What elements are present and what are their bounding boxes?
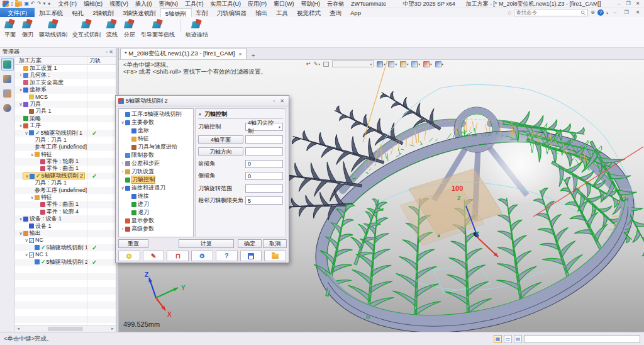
ribbon-tab-3轴快速铣削[interactable]: 3轴快速铣削 xyxy=(118,8,160,17)
view-orient-icon[interactable]: ▾ xyxy=(388,61,397,67)
redo-icon[interactable]: ↷ xyxy=(37,1,42,7)
save-icon[interactable]: ▣ xyxy=(24,1,29,7)
help-caret-icon[interactable]: ▾ xyxy=(606,11,608,15)
nc-checkbox[interactable]: ✓ xyxy=(29,252,34,257)
box-select-icon[interactable] xyxy=(323,62,329,67)
menu-插入(I)[interactable]: 插入(I) xyxy=(132,0,155,8)
image-icon[interactable]: ▾ xyxy=(411,61,420,67)
ribbon-button-流线[interactable]: 流线 xyxy=(103,18,121,39)
tree-row-刀具 : 刀具 1[interactable]: 刀具 : 刀具 1 xyxy=(15,179,116,186)
layer-box-icon[interactable]: ▤ xyxy=(514,335,522,343)
expand-icon[interactable]: ∨ xyxy=(25,172,30,179)
input-刀轴旋转范围[interactable] xyxy=(245,184,283,193)
ribbon-button-平面[interactable]: 平面 xyxy=(1,18,19,39)
tree-row-坐标系[interactable]: ∨坐标系 xyxy=(15,86,116,93)
dialog-tree-进刀[interactable]: 进刀 xyxy=(119,200,193,208)
tree-row-加工安全高度[interactable]: 加工安全高度 xyxy=(15,79,116,86)
restore-button[interactable]: ❐ xyxy=(624,0,633,8)
ribbon-tab-加工系统[interactable]: 加工系统 xyxy=(35,8,67,17)
dialog-window-controls[interactable]: ▫ ✕ xyxy=(273,98,286,104)
dialog-tree-主要参数[interactable]: ∨主要参数 xyxy=(119,118,193,127)
tree-row-参考工序 (undefined)[interactable]: 参考工序 (undefined) xyxy=(15,144,116,150)
tree-row-NC 1[interactable]: ∨✓NC 1 xyxy=(15,251,116,258)
view-cube-icon[interactable]: ▾ xyxy=(377,61,386,67)
collapse-icon[interactable]: ◂ xyxy=(47,1,50,7)
tab-role-manager[interactable] xyxy=(1,101,14,114)
ribbon-tab-输出[interactable]: 输出 xyxy=(251,8,272,17)
expand-icon[interactable]: ∨ xyxy=(18,86,23,93)
tree-row-5轴驱动线切削 2[interactable]: ∨✓5轴驱动线切削 2✓ xyxy=(15,172,116,179)
ribbon-button-驱动线切削[interactable]: 驱动线切削 xyxy=(36,18,70,39)
expand-icon[interactable]: › xyxy=(18,72,23,79)
manager-hscrollbar[interactable]: ◂ ▸ xyxy=(15,325,116,332)
display-mode-icon[interactable]: ▭ xyxy=(504,335,512,343)
undo-icon[interactable]: ↶ xyxy=(31,1,35,7)
tab-view-manager[interactable] xyxy=(1,87,14,99)
ribbon-button-分层[interactable]: 分层 xyxy=(121,18,138,39)
open-file-icon[interactable]: ▆ xyxy=(15,1,22,6)
ribbon-tab-钻孔[interactable]: 钻孔 xyxy=(67,8,88,17)
dialog-tree-公差和步距[interactable]: ›公差和步距 xyxy=(119,159,193,167)
tree-row-零件 : 轮廓 4[interactable]: 零件 : 轮廓 4 xyxy=(15,208,116,215)
document-tab[interactable]: * M_20i8变位机.new1(1).Z3 - [fire1_CAM] × xyxy=(120,48,247,59)
tree-row-刀具[interactable]: ∨刀具 xyxy=(15,101,116,108)
ribbon-button-交互式切削[interactable]: 交互式切削 xyxy=(70,18,103,39)
tree-row-零件 : 轮廓 1[interactable]: 零件 : 轮廓 1 xyxy=(15,158,116,165)
tab-close-icon[interactable]: × xyxy=(238,50,242,57)
expand-icon[interactable]: ∨ xyxy=(18,101,23,108)
dialog-titlebar[interactable]: 5轴驱动线切削 2 ▫ ✕ xyxy=(116,96,289,106)
tree-row-5轴驱动线切削 1[interactable]: ∨✓5轴驱动线切削 1✓ xyxy=(15,130,116,137)
expand-icon[interactable]: ∨ xyxy=(18,230,23,237)
menu-编辑(E)[interactable]: 编辑(E) xyxy=(80,0,106,8)
expand-icon[interactable]: ∨ xyxy=(18,122,23,129)
tab-history[interactable] xyxy=(1,72,14,85)
dialog-tree-限制参数[interactable]: 限制参数 xyxy=(119,151,193,159)
filter-combobox[interactable]: ▾ xyxy=(332,60,374,67)
input-相邻刀轴极限夹角[interactable] xyxy=(245,196,283,205)
exit-icon[interactable]: ↩ xyxy=(306,61,311,67)
tree-row-策略[interactable]: 策略 xyxy=(15,115,116,122)
ribbon-button-轨迹连结[interactable]: 轨迹连结 xyxy=(183,18,211,39)
menu-ZWTeammate[interactable]: ZWTeammate xyxy=(348,0,389,8)
calculate-button[interactable]: 计算 xyxy=(179,239,234,248)
close-button[interactable]: ✕ xyxy=(633,0,642,8)
expand-icon[interactable]: ∨ xyxy=(18,215,23,222)
doc-restore-button[interactable]: ❐ xyxy=(622,9,631,16)
select-刀轴控制[interactable]: 4轴刀尖控制▾ xyxy=(245,123,283,131)
manager-pin-icon[interactable]: ▫ ✕ xyxy=(106,48,113,56)
minimize-button[interactable]: – xyxy=(614,0,623,8)
help-icon[interactable]: ? xyxy=(597,9,604,16)
tree-row-特征[interactable]: ∨特征 xyxy=(15,194,116,201)
ribbon-tab-刀轨编辑器[interactable]: 刀轨编辑器 xyxy=(213,8,252,17)
expand-icon[interactable]: ∨ xyxy=(30,194,35,201)
doc-close-button[interactable]: ✕ xyxy=(633,9,642,16)
dialog-tree-连接[interactable]: 连接 xyxy=(119,192,193,200)
style-pen-icon[interactable]: ✎▾ xyxy=(314,61,320,67)
operation-dialog[interactable]: 5轴驱动线切削 2 ▫ ✕ 工序:5轴驱动线切削∨主要参数坐标特征刀具与速度进给… xyxy=(115,95,289,263)
dialog-tree-刀轴控制[interactable]: 刀轴控制 xyxy=(119,176,193,184)
dialog-tree-特征[interactable]: 特征 xyxy=(119,135,193,143)
render-wheel-icon[interactable]: ▾ xyxy=(400,61,409,67)
ribbon-button-引导面等值线[interactable]: 引导面等值线 xyxy=(138,18,177,39)
tree-row-设备 1[interactable]: 设备 1 xyxy=(15,223,116,230)
ribbon-tab-App[interactable]: App xyxy=(346,8,365,17)
tree-row-参考工序 (undefined)[interactable]: 参考工序 (undefined) xyxy=(15,187,116,194)
expand-icon[interactable]: ∨ xyxy=(24,237,29,244)
home-icon[interactable]: ⌂ xyxy=(508,9,511,16)
library-icon[interactable] xyxy=(264,251,286,261)
section-header[interactable]: ▼ 刀轴控制 xyxy=(198,110,283,119)
globe-icon[interactable]: ⊕ xyxy=(591,9,595,16)
field-button-刀轴方向[interactable]: 刀轴方向 xyxy=(198,147,243,156)
menu-窗口(W)[interactable]: 窗口(W) xyxy=(270,0,297,8)
tree-row-几何体 :[interactable]: ›几何体 : xyxy=(15,72,116,79)
dialog-tree-显示参数[interactable]: 显示参数 xyxy=(119,217,193,225)
ribbon-tab-视觉样式[interactable]: 视觉样式 xyxy=(292,8,325,17)
input-侧倾角[interactable] xyxy=(245,172,283,180)
dialog-tree-坐标[interactable]: 坐标 xyxy=(119,127,193,135)
new-tab-button[interactable]: + xyxy=(247,52,260,59)
nc-checkbox[interactable]: ✓ xyxy=(29,238,34,243)
tree-row-零件 : 曲面 1[interactable]: 零件 : 曲面 1 xyxy=(15,165,116,172)
toolpath-icon[interactable]: ⊓ xyxy=(167,251,189,261)
tree-row-MCS[interactable]: MCS xyxy=(15,94,116,101)
ok-button[interactable]: 确定 xyxy=(238,239,262,248)
